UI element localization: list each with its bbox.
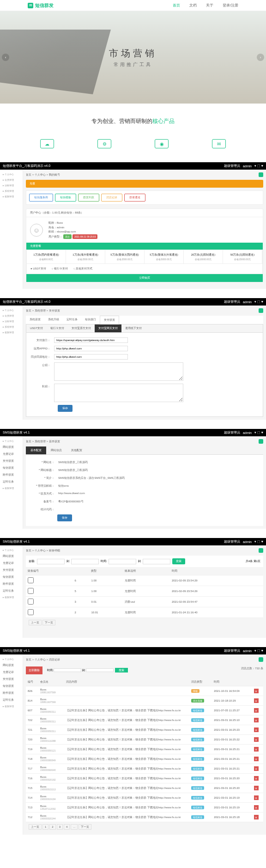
carousel-next[interactable]: › <box>257 54 264 61</box>
tab[interactable]: 短信接口 <box>81 316 100 324</box>
field-input[interactable] <box>54 337 128 343</box>
time-to[interactable] <box>143 559 170 564</box>
delete-button[interactable]: ✕ <box>254 727 259 732</box>
sidebar-item[interactable]: 短信设置 <box>0 683 23 690</box>
save-button[interactable]: 保存 <box>57 514 72 521</box>
sidebar-section[interactable]: ▸ 业务管理 <box>0 318 23 324</box>
pay-option[interactable]: ● USDT支付 <box>30 267 46 271</box>
package-option[interactable]: 50万条(无限制通道)价格15000.00元 <box>223 250 262 263</box>
sidebar-section[interactable]: ▸ 个人中心 <box>0 307 23 313</box>
sidebar-section[interactable]: ▸ 业务管理 <box>0 183 23 188</box>
time-from[interactable] <box>109 559 136 564</box>
sidebar-section[interactable]: ▸ 权限管理 <box>0 485 23 491</box>
field-input[interactable] <box>54 384 183 402</box>
delete-button[interactable]: ✕ <box>254 786 259 790</box>
nav-about[interactable]: 关于 <box>206 3 213 8</box>
nav-home[interactable]: 首页 <box>173 3 180 8</box>
delete-button[interactable]: ✕ <box>254 815 259 819</box>
amount-max[interactable] <box>71 559 99 564</box>
sidebar-section[interactable]: ▸ 个人中心 <box>0 171 23 177</box>
delete-button[interactable]: ✕ <box>254 689 259 693</box>
delete-all-button[interactable]: 全部删除 <box>26 666 42 674</box>
page-link[interactable]: 上一页 <box>29 620 42 625</box>
page-link[interactable]: 1 <box>42 824 48 830</box>
tab[interactable]: 网站信息 <box>46 446 66 454</box>
refresh-icon[interactable] <box>259 657 263 662</box>
package-option[interactable]: 20万条(无限制通道)价格10000.00元 <box>184 250 223 263</box>
page-link[interactable]: 上一页 <box>29 824 42 830</box>
tab-button[interactable]: 消息记录 <box>101 194 122 202</box>
tab[interactable]: 系统升级 <box>44 316 63 324</box>
user-menu[interactable]: 超级管理员 admin▾ ⬚ ♥ <box>224 164 263 168</box>
pay-option[interactable]: ○ 其他支付方式 <box>73 267 92 271</box>
logo[interactable]: ✉ 短信群发 <box>28 2 54 9</box>
sidebar-item[interactable]: 短信设置 <box>0 574 23 581</box>
page-link[interactable]: 下一页 <box>79 824 91 830</box>
page-link[interactable]: ... <box>71 824 78 830</box>
sidebar-item[interactable]: 短信设置 <box>0 465 23 471</box>
package-option[interactable]: 5万条(繁体次外海通道)价格5000.00元 <box>145 250 184 263</box>
sidebar-section[interactable]: ▸ 会员管理 <box>0 177 23 183</box>
field-input[interactable] <box>54 354 128 360</box>
delete-button[interactable]: ✕ <box>254 776 259 781</box>
page-link[interactable]: 4 <box>64 824 70 830</box>
sidebar-item[interactable]: 网站设置 <box>0 444 23 451</box>
sidebar-section[interactable]: ▸ 个人中心 <box>0 547 23 553</box>
field-input[interactable] <box>54 346 128 351</box>
delete-button[interactable]: ✕ <box>254 747 259 752</box>
confirm-button[interactable]: 立即购买 <box>26 274 263 282</box>
sidebar-section[interactable]: ▸ 权限管理 <box>0 330 23 335</box>
sidebar-item[interactable]: 充值记录 <box>0 560 23 567</box>
delete-button[interactable]: ✕ <box>254 698 259 703</box>
save-button[interactable]: 保存 <box>58 405 73 412</box>
sidebar-section[interactable]: ▸ 会员管理 <box>0 313 23 318</box>
subtab[interactable]: 支付宝原生支付 <box>68 324 95 332</box>
search-button[interactable]: 搜索 <box>172 558 185 564</box>
sidebar-section[interactable]: ▸ 个人中心 <box>0 438 23 444</box>
tab[interactable]: 定时任务 <box>63 316 81 324</box>
subtab[interactable]: 支付宝网页支付 <box>95 324 121 332</box>
row-checkbox[interactable] <box>28 577 34 583</box>
delete-button[interactable]: ✕ <box>254 766 259 771</box>
sidebar-item[interactable]: 支付设置 <box>0 676 23 683</box>
sidebar-section[interactable]: ▸ 权限管理 <box>0 703 23 709</box>
package-option[interactable]: 5万条(繁体次国内通道)价格2500.00元 <box>105 250 145 263</box>
delete-button[interactable]: ✕ <box>254 805 259 810</box>
sidebar-item[interactable]: 定时任务 <box>0 478 23 485</box>
refresh-icon[interactable] <box>259 308 263 313</box>
nav-docs[interactable]: 文档 <box>189 3 197 8</box>
nav-login[interactable]: 登录/注册 <box>223 3 238 8</box>
sidebar-item[interactable]: 附件设置 <box>0 471 23 478</box>
package-option[interactable]: 1万条(海外套餐通道)价格2500.00元 <box>66 250 105 263</box>
sidebar-item[interactable]: 附件设置 <box>0 690 23 697</box>
sidebar-item[interactable]: 网站设置 <box>0 553 23 560</box>
refresh-icon[interactable] <box>259 548 263 553</box>
delete-button[interactable]: ✕ <box>254 737 259 742</box>
row-checkbox[interactable] <box>28 599 34 605</box>
tab[interactable]: 其他配置 <box>66 446 87 454</box>
tab-button[interactable]: 群发列表 <box>78 194 99 202</box>
sidebar-item[interactable]: 网站设置 <box>0 662 23 669</box>
sidebar-section[interactable]: ▸ 系统管理 <box>0 188 23 194</box>
time-to[interactable] <box>86 668 114 672</box>
refresh-icon[interactable] <box>259 439 263 444</box>
sidebar-section[interactable]: ▸ 权限管理 <box>0 194 23 199</box>
carousel-prev[interactable]: ‹ <box>2 54 9 61</box>
search-button[interactable]: 搜索 <box>115 668 128 672</box>
page-link[interactable]: 下一页 <box>42 620 55 625</box>
package-option[interactable]: 1万条(国内套餐通道)价格800.00元 <box>27 250 66 263</box>
subtab[interactable]: 银行卡支付 <box>47 324 68 332</box>
sidebar-item[interactable]: 定时任务 <box>0 697 23 703</box>
sidebar-section[interactable]: ▸ 权限管理 <box>0 594 23 600</box>
delete-button[interactable]: ✕ <box>254 718 259 722</box>
tab[interactable]: 基本配置 <box>26 446 46 454</box>
page-link[interactable]: 3 <box>57 824 63 830</box>
sidebar-section[interactable]: ▸ 个人中心 <box>0 656 23 662</box>
delete-button[interactable]: ✕ <box>254 757 259 761</box>
amount-min[interactable] <box>37 559 65 564</box>
page-link[interactable]: 2 <box>49 824 55 830</box>
sidebar-item[interactable]: 附件设置 <box>0 581 23 587</box>
row-checkbox[interactable] <box>28 588 34 594</box>
tab-button[interactable]: 短信模板 <box>55 194 76 202</box>
sidebar-item[interactable]: 充值记录 <box>0 451 23 458</box>
